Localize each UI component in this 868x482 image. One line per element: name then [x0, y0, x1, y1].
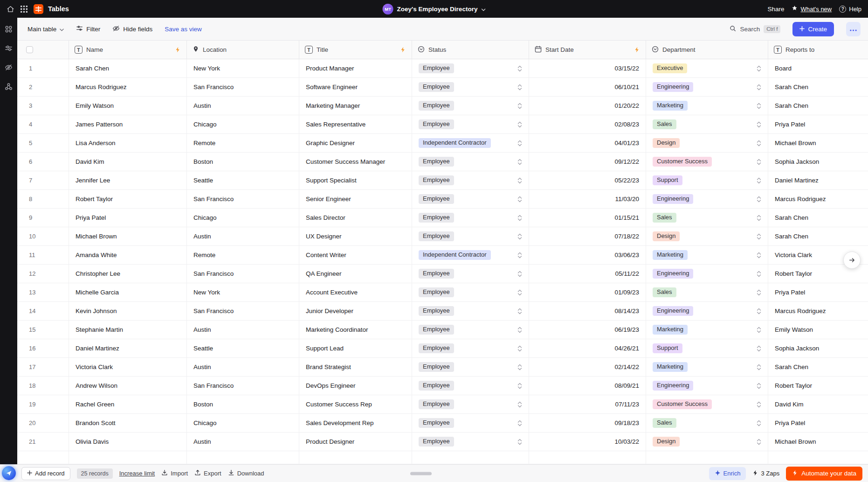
cell-title[interactable]: Support Lead: [299, 339, 412, 357]
cell-reports-to[interactable]: Sophia Jackson: [768, 153, 868, 171]
cell-department[interactable]: Marketing: [646, 321, 768, 339]
search-button[interactable]: Search Ctrl f: [730, 25, 780, 33]
select-chevrons-icon[interactable]: [517, 214, 522, 222]
column-header-department[interactable]: Department: [646, 41, 768, 59]
cell-location[interactable]: Boston: [187, 395, 299, 413]
assistant-launcher-button[interactable]: [2, 466, 16, 480]
select-chevrons-icon[interactable]: [757, 438, 761, 446]
cell-reports-to[interactable]: Sarah Chen: [768, 209, 868, 227]
select-chevrons-icon[interactable]: [517, 289, 522, 296]
cell-name[interactable]: Sarah Chen: [69, 59, 187, 77]
cell-status[interactable]: Employee: [412, 115, 529, 133]
cell-start-date[interactable]: 06/19/23: [529, 321, 646, 339]
row-number[interactable]: 16: [17, 339, 69, 357]
header-select-all[interactable]: [17, 41, 69, 59]
row-number[interactable]: 4: [17, 115, 69, 133]
cell-location[interactable]: Seattle: [187, 339, 299, 357]
cell-status[interactable]: Employee: [412, 339, 529, 357]
cell-status[interactable]: Employee: [412, 433, 529, 451]
row-number[interactable]: 12: [17, 265, 69, 283]
cell-location[interactable]: San Francisco: [187, 190, 299, 208]
cell-reports-to[interactable]: Daniel Martinez: [768, 171, 868, 189]
select-chevrons-icon[interactable]: [757, 363, 761, 371]
select-chevrons-icon[interactable]: [517, 251, 522, 259]
select-chevrons-icon[interactable]: [517, 326, 522, 334]
whats-new-link[interactable]: What's new: [792, 5, 832, 13]
row-number[interactable]: 21: [17, 433, 69, 451]
select-chevrons-icon[interactable]: [517, 121, 522, 128]
cell-department[interactable]: Engineering: [646, 302, 768, 320]
cell-start-date[interactable]: 02/14/22: [529, 358, 646, 376]
select-chevrons-icon[interactable]: [517, 196, 522, 203]
cell-status[interactable]: Independent Contractor: [412, 246, 529, 264]
cell-title[interactable]: Product Designer: [299, 433, 412, 451]
scroll-right-button[interactable]: [843, 251, 861, 269]
column-header-title[interactable]: T Title: [299, 41, 412, 59]
cell-reports-to[interactable]: Michael Brown: [768, 433, 868, 451]
cell-start-date[interactable]: 04/01/23: [529, 134, 646, 152]
cell-reports-to[interactable]: Board: [768, 59, 868, 77]
select-all-checkbox[interactable]: [26, 46, 33, 53]
cell-start-date[interactable]: 05/11/22: [529, 265, 646, 283]
select-chevrons-icon[interactable]: [757, 307, 761, 315]
select-chevrons-icon[interactable]: [517, 382, 522, 390]
cell-location[interactable]: Austin: [187, 321, 299, 339]
share-button[interactable]: Share: [767, 6, 784, 13]
add-record-button[interactable]: Add record: [21, 467, 70, 480]
home-icon[interactable]: [7, 5, 14, 13]
increase-limit-link[interactable]: Increase limit: [119, 470, 155, 477]
cell-status[interactable]: Employee: [412, 265, 529, 283]
cell-department[interactable]: Design: [646, 227, 768, 245]
select-chevrons-icon[interactable]: [757, 102, 761, 110]
cell-start-date[interactable]: 03/06/23: [529, 246, 646, 264]
cell-location[interactable]: San Francisco: [187, 377, 299, 395]
cell-location[interactable]: Boston: [187, 153, 299, 171]
cell-title[interactable]: Account Executive: [299, 283, 412, 301]
select-chevrons-icon[interactable]: [757, 419, 761, 427]
cell-title[interactable]: Marketing Manager: [299, 97, 412, 115]
cell-reports-to[interactable]: Sarah Chen: [768, 227, 868, 245]
hide-fields-button[interactable]: Hide fields: [112, 25, 152, 34]
cell-location[interactable]: San Francisco: [187, 78, 299, 96]
select-chevrons-icon[interactable]: [757, 84, 761, 91]
select-chevrons-icon[interactable]: [517, 102, 522, 110]
cell-start-date[interactable]: 05/22/23: [529, 171, 646, 189]
cell-department[interactable]: Sales: [646, 414, 768, 432]
cell-reports-to[interactable]: David Kim: [768, 395, 868, 413]
row-number[interactable]: 3: [17, 97, 69, 115]
row-number[interactable]: 1: [17, 59, 69, 77]
cell-start-date[interactable]: 04/26/21: [529, 339, 646, 357]
cell-department[interactable]: Customer Success: [646, 153, 768, 171]
cell-title[interactable]: DevOps Engineer: [299, 377, 412, 395]
zaps-button[interactable]: 3 Zaps: [752, 470, 779, 477]
select-chevrons-icon[interactable]: [757, 177, 761, 184]
cell-status[interactable]: Employee: [412, 377, 529, 395]
select-chevrons-icon[interactable]: [517, 363, 522, 371]
webhook-icon[interactable]: [5, 83, 13, 91]
select-chevrons-icon[interactable]: [757, 140, 761, 147]
cell-reports-to[interactable]: Sarah Chen: [768, 78, 868, 96]
cell-location[interactable]: Remote: [187, 246, 299, 264]
cell-status[interactable]: Employee: [412, 59, 529, 77]
cell-name[interactable]: Robert Taylor: [69, 190, 187, 208]
cell-department[interactable]: Engineering: [646, 377, 768, 395]
cell-name[interactable]: Jennifer Lee: [69, 171, 187, 189]
cell-reports-to[interactable]: Priya Patel: [768, 414, 868, 432]
row-number[interactable]: 19: [17, 395, 69, 413]
eye-off-icon[interactable]: [5, 63, 13, 71]
select-chevrons-icon[interactable]: [517, 233, 522, 240]
cell-title[interactable]: Content Writer: [299, 246, 412, 264]
select-chevrons-icon[interactable]: [757, 326, 761, 334]
cell-name[interactable]: Marcus Rodriguez: [69, 78, 187, 96]
select-chevrons-icon[interactable]: [757, 382, 761, 390]
select-chevrons-icon[interactable]: [757, 214, 761, 222]
cell-start-date[interactable]: 07/18/22: [529, 227, 646, 245]
select-chevrons-icon[interactable]: [517, 140, 522, 147]
cell-location[interactable]: San Francisco: [187, 302, 299, 320]
cell-department[interactable]: Support: [646, 171, 768, 189]
cell-title[interactable]: Marketing Coordinator: [299, 321, 412, 339]
row-number[interactable]: 5: [17, 134, 69, 152]
row-number[interactable]: 6: [17, 153, 69, 171]
download-button[interactable]: Download: [228, 469, 264, 477]
cell-reports-to[interactable]: Marcus Rodriguez: [768, 302, 868, 320]
